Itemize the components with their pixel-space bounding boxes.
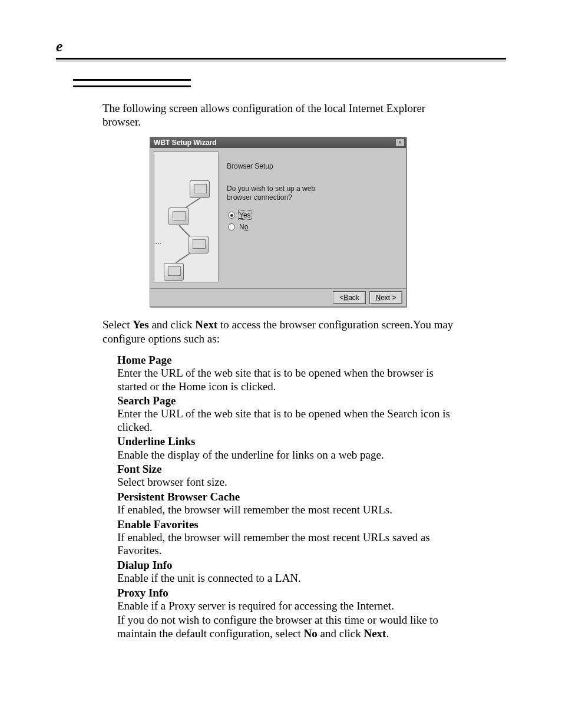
section-rule-1 <box>73 79 191 81</box>
intro-text: The following screen allows configuratio… <box>103 101 459 129</box>
radio-no-label: No <box>238 222 249 232</box>
def-title: Proxy Info <box>117 587 459 599</box>
def-body: Select browser font size. <box>117 476 459 489</box>
def-title: Enable Favorites <box>117 518 459 531</box>
definition-list: Home Page Enter the URL of the web site … <box>117 354 459 641</box>
setup-wizard-dialog: WBT Setup Wizard × <box>150 137 406 307</box>
terminal-icon <box>190 180 210 198</box>
wizard-heading: Browser Setup <box>227 162 396 170</box>
radio-empty-icon <box>228 223 235 230</box>
wizard-question: Do you wish to set up a web browser conn… <box>227 185 333 202</box>
def-title: Persistent Browser Cache <box>117 490 459 503</box>
def-title: Underline Links <box>117 435 459 448</box>
def-body: Enable the display of the underline for … <box>117 449 459 462</box>
closing-text: If you do not wish to configure the brow… <box>117 614 459 640</box>
header-rule-thick <box>56 58 506 60</box>
def-title: Search Page <box>117 394 459 407</box>
back-button[interactable]: < Back <box>333 291 366 304</box>
dialog-title: WBT Setup Wizard <box>154 139 217 147</box>
after-wizard-text: Select Yes and click Next to access the … <box>103 318 459 345</box>
dialog-footer: < Back Next > <box>150 288 406 307</box>
def-body: Enable if the unit is connected to a LAN… <box>117 572 459 585</box>
radio-dot-icon <box>228 212 235 219</box>
dialog-titlebar: WBT Setup Wizard × <box>150 137 406 148</box>
terminal-icon <box>164 263 184 281</box>
radio-no[interactable]: No <box>228 222 396 232</box>
def-body: Enter the URL of the web site that is to… <box>117 367 459 393</box>
close-icon: × <box>398 140 402 146</box>
terminal-icon <box>189 236 209 253</box>
header-rule-thin <box>56 61 506 61</box>
def-body: If enabled, the browser will remember th… <box>117 503 459 516</box>
section-rule-2 <box>73 85 191 87</box>
def-title: Dialup Info <box>117 559 459 572</box>
def-title: Font Size <box>117 463 459 476</box>
wizard-illustration <box>154 151 219 282</box>
radio-yes[interactable]: Yes <box>228 210 396 220</box>
terminal-icon <box>168 207 189 225</box>
radio-yes-label: Yes <box>238 210 252 220</box>
def-body: If enabled, the browser will remember th… <box>117 531 459 558</box>
def-body: Enter the URL of the web site that is to… <box>117 407 459 434</box>
close-button[interactable]: × <box>395 139 405 147</box>
def-body: Enable if a Proxy server is required for… <box>117 599 459 612</box>
next-button[interactable]: Next > <box>369 291 402 304</box>
page-header-mark: e <box>56 39 506 54</box>
def-title: Home Page <box>117 354 459 367</box>
